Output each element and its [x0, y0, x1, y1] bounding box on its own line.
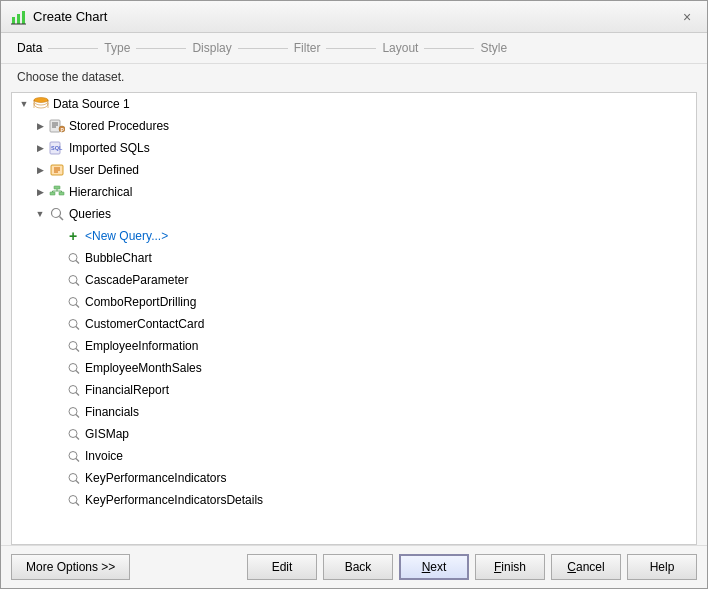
tree-item-empsales[interactable]: EmployeeMonthSales [12, 357, 696, 379]
expand-datasource[interactable]: ▼ [16, 96, 32, 112]
tree-item-customer[interactable]: CustomerContactCard [12, 313, 696, 335]
svg-point-44 [69, 474, 77, 482]
invoice-label: Invoice [85, 449, 123, 463]
svg-point-26 [69, 276, 77, 284]
finish-button[interactable]: Finish [475, 554, 545, 580]
tree-item-financials[interactable]: Financials [12, 401, 696, 423]
query-icon-cascade [64, 272, 82, 288]
step-style[interactable]: Style [480, 41, 507, 55]
close-button[interactable]: × [677, 7, 697, 27]
svg-point-32 [69, 342, 77, 350]
query-icon-financials [64, 404, 82, 420]
title-bar-left: Create Chart [11, 9, 107, 25]
svg-point-34 [69, 364, 77, 372]
tree-item-queries[interactable]: ▼ Queries [12, 203, 696, 225]
more-options-button[interactable]: More Options >> [11, 554, 130, 580]
cancel-label: Cancel [567, 560, 604, 574]
svg-point-42 [69, 452, 77, 460]
expand-financials [48, 404, 64, 420]
expand-sql[interactable]: ▶ [32, 140, 48, 156]
tree-item-sql[interactable]: ▶ SQL Imported SQLs [12, 137, 696, 159]
step-divider-2 [136, 48, 186, 49]
step-filter[interactable]: Filter [294, 41, 321, 55]
expand-cascade [48, 272, 64, 288]
tree-item-cascade[interactable]: CascadeParameter [12, 269, 696, 291]
step-layout[interactable]: Layout [382, 41, 418, 55]
svg-point-38 [69, 408, 77, 416]
datasource-icon [32, 96, 50, 112]
back-button[interactable]: Back [323, 554, 393, 580]
expand-hier[interactable]: ▶ [32, 184, 48, 200]
svg-point-22 [52, 209, 61, 218]
svg-rect-15 [50, 192, 55, 195]
expand-finreport [48, 382, 64, 398]
expand-queries[interactable]: ▼ [32, 206, 48, 222]
step-type[interactable]: Type [104, 41, 130, 55]
tree-item-new-query[interactable]: + <New Query...> [12, 225, 696, 247]
step-display[interactable]: Display [192, 41, 231, 55]
svg-line-29 [76, 305, 79, 308]
create-chart-dialog: Create Chart × Data Type Display Filter … [0, 0, 708, 589]
sp-icon: P [48, 118, 66, 134]
sql-label: Imported SQLs [69, 141, 150, 155]
footer-right: Edit Back Next Finish Cancel Help [247, 554, 697, 580]
cancel-button[interactable]: Cancel [551, 554, 621, 580]
customer-label: CustomerContactCard [85, 317, 204, 331]
svg-rect-2 [22, 11, 25, 24]
tree-item-kpi[interactable]: KeyPerformanceIndicators [12, 467, 696, 489]
sp-label: Stored Procedures [69, 119, 169, 133]
bubblechart-label: BubbleChart [85, 251, 152, 265]
tree-item-combo[interactable]: ComboReportDrilling [12, 291, 696, 313]
svg-rect-0 [12, 17, 15, 24]
next-button[interactable]: Next [399, 554, 469, 580]
svg-point-30 [69, 320, 77, 328]
query-icon-empsales [64, 360, 82, 376]
expand-ud[interactable]: ▶ [32, 162, 48, 178]
query-icon-kpi [64, 470, 82, 486]
ud-label: User Defined [69, 163, 139, 177]
svg-point-36 [69, 386, 77, 394]
edit-button[interactable]: Edit [247, 554, 317, 580]
svg-line-47 [76, 503, 79, 506]
help-button[interactable]: Help [627, 554, 697, 580]
subtitle: Choose the dataset. [1, 64, 707, 92]
svg-line-25 [76, 261, 79, 264]
tree-item-sp[interactable]: ▶ P Stored Procedures [12, 115, 696, 137]
wizard-steps: Data Type Display Filter Layout Style [1, 33, 707, 64]
tree-item-hier[interactable]: ▶ Hierarchical [12, 181, 696, 203]
svg-line-39 [76, 415, 79, 418]
tree-item-gismap[interactable]: GISMap [12, 423, 696, 445]
step-data[interactable]: Data [17, 41, 42, 55]
tree-item-bubblechart[interactable]: BubbleChart [12, 247, 696, 269]
tree-scroll[interactable]: ▼ Data Source 1 ▶ [12, 93, 696, 544]
svg-point-24 [69, 254, 77, 262]
tree-item-empinfo[interactable]: EmployeeInformation [12, 335, 696, 357]
expand-kpi [48, 470, 64, 486]
expand-sp[interactable]: ▶ [32, 118, 48, 134]
expand-invoice [48, 448, 64, 464]
expand-customer [48, 316, 64, 332]
expand-kpi-details [48, 492, 64, 508]
svg-line-27 [76, 283, 79, 286]
hier-icon [48, 184, 66, 200]
tree-item-finreport[interactable]: FinancialReport [12, 379, 696, 401]
svg-line-37 [76, 393, 79, 396]
tree-item-ud[interactable]: ▶ User Defined [12, 159, 696, 181]
kpi-label: KeyPerformanceIndicators [85, 471, 226, 485]
query-icon-finreport [64, 382, 82, 398]
tree-item-kpi-details[interactable]: KeyPerformanceIndicatorsDetails [12, 489, 696, 511]
svg-line-33 [76, 349, 79, 352]
tree-item-invoice[interactable]: Invoice [12, 445, 696, 467]
svg-line-35 [76, 371, 79, 374]
datasource-label: Data Source 1 [53, 97, 130, 111]
expand-new-query [48, 228, 64, 244]
svg-line-45 [76, 481, 79, 484]
hier-label: Hierarchical [69, 185, 132, 199]
financials-label: Financials [85, 405, 139, 419]
query-icon-combo [64, 294, 82, 310]
title-bar: Create Chart × [1, 1, 707, 33]
gismap-label: GISMap [85, 427, 129, 441]
svg-line-43 [76, 459, 79, 462]
tree-item-datasource[interactable]: ▼ Data Source 1 [12, 93, 696, 115]
cascade-label: CascadeParameter [85, 273, 188, 287]
